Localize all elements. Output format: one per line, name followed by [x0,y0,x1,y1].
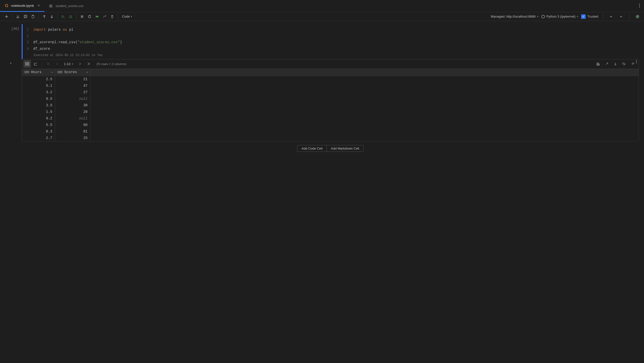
chevron-down-icon: ▾ [537,15,538,18]
code-editor[interactable]: 1import polars as pl 2 3df_score=pl.read… [23,24,639,53]
table-cell[interactable]: 27 [55,89,90,96]
cut-icon[interactable] [14,13,21,20]
run-cell-icon[interactable] [60,13,67,20]
table-cell[interactable]: 2.5 [22,76,55,82]
exec-count: [40] [11,27,19,31]
last-page-icon[interactable] [85,60,92,68]
tab-bar: noteboolk.ipynb ✕ student_scores.csv [0,0,644,12]
kernel-status-icon [541,15,545,18]
add-markdown-cell-button[interactable]: Add Markdown Cell [327,145,364,152]
svg-point-1 [7,6,8,7]
svg-point-19 [636,61,637,62]
table-view-icon[interactable] [23,60,31,68]
table-cell[interactable]: 9.2 [22,115,55,122]
add-code-cell-button[interactable]: Add Code Cell [297,145,327,152]
notebook-area: [40] 1import polars as pl 2 3df_score=pl… [0,21,644,152]
table-cell[interactable]: 2.7 [22,135,55,141]
table-cell[interactable]: 60 [55,122,90,128]
file-icon [49,4,53,8]
kernel-selector[interactable]: Python 3 (ipykernel) ▾ [541,15,578,18]
cell-gutter: [40] [0,24,22,59]
column-header[interactable]: 123 Scores ◆ [55,69,90,76]
code-cell[interactable]: [40] 1import polars as pl 2 3df_score=pl… [0,24,644,59]
stop-icon[interactable] [78,13,86,20]
table-cell[interactable]: 8.3 [22,128,55,135]
prev-page-icon[interactable] [53,60,61,68]
open-new-tab-icon[interactable] [603,60,611,68]
nav-up-icon[interactable] [608,13,615,20]
debug-icon[interactable] [67,13,74,20]
chevron-down-icon: ▾ [131,15,132,18]
table-cell[interactable]: 5.5 [22,122,55,128]
table-cell[interactable]: 20 [55,109,90,115]
dataviewer-toolbar: 1-10 ▾ 25 rows × 2 columns [22,59,639,69]
table-cell[interactable]: 3.5 [22,102,55,109]
chevron-down-icon: ▾ [577,15,578,18]
chart-view-icon[interactable] [32,60,39,68]
chevron-down-icon: ▾ [72,63,73,65]
table-cell[interactable]: 5.1 [22,82,55,89]
svg-rect-23 [598,63,598,65]
next-page-icon[interactable] [76,60,84,68]
move-up-icon[interactable] [41,13,48,20]
managed-server[interactable]: Managed: http://localhost:8889 ▾ [491,15,538,18]
table-cell[interactable]: 47 [55,82,90,89]
move-down-icon[interactable] [48,13,55,20]
trusted-toggle[interactable]: ✓ Trusted [581,14,598,19]
column-scores: 123 Scores ◆ 214727null3020null608125 [55,69,90,141]
table-cell[interactable]: 30 [55,102,90,109]
run-all-icon[interactable] [94,13,101,20]
settings-icon[interactable] [629,60,636,68]
table-cell[interactable]: null [55,96,90,102]
delete-cell-icon[interactable] [109,13,116,20]
collapse-output-icon[interactable]: ▾ [10,62,12,152]
svg-point-20 [636,62,637,63]
cell-type-label: Code [122,15,130,18]
svg-rect-12 [32,15,34,18]
nav-down-icon[interactable] [618,13,625,20]
table-cell[interactable]: 21 [55,76,90,82]
clear-outputs-icon[interactable] [101,13,108,20]
add-cell-icon[interactable] [3,13,10,20]
column-hours: 123 Hours ◆ 2.55.13.28.53.51.59.25.58.32… [22,69,55,141]
paste-icon[interactable] [29,13,36,20]
tab-notebook[interactable]: noteboolk.ipynb ✕ [0,0,45,12]
hide-columns-icon[interactable] [620,60,628,68]
download-icon[interactable] [612,60,619,68]
type-badge: 123 [57,71,63,74]
table-cell[interactable]: 1.5 [22,109,55,115]
page-indicator[interactable]: 1-10 ▾ [62,62,75,66]
cell-output: ▾ 1-10 ▾ 25 rows × [0,59,644,152]
restart-icon[interactable] [86,13,93,20]
svg-point-7 [639,7,640,7]
svg-rect-22 [597,63,597,65]
exec-meta: Executed at 2024.06.11 23:24:02 in 7ms [23,53,639,59]
svg-rect-21 [25,62,29,65]
svg-rect-15 [81,15,83,18]
execution-status-icon: ✔ [636,14,639,19]
dataframe-viewer: 1-10 ▾ 25 rows × 2 columns [22,59,639,142]
table-cell[interactable]: 25 [55,135,90,141]
table-cell[interactable]: 3.2 [22,89,55,96]
table-cell[interactable]: 8.5 [22,96,55,102]
svg-rect-24 [599,64,599,65]
copy-icon[interactable] [22,13,29,20]
table-cell[interactable]: null [55,115,90,122]
static-output-icon[interactable] [594,60,602,68]
cell-type-select[interactable]: Code ▾ [120,15,134,18]
svg-point-18 [636,60,637,61]
close-icon[interactable]: ✕ [37,4,40,7]
table-cell[interactable]: 81 [55,128,90,135]
tab-label: noteboolk.ipynb [11,4,34,8]
tab-overflow-icon[interactable] [639,4,644,8]
checkbox-icon: ✓ [581,14,586,19]
first-page-icon[interactable] [45,60,52,68]
sort-icon[interactable]: ◆ [87,71,88,74]
svg-point-6 [639,5,640,6]
svg-point-25 [632,63,633,64]
tab-csv[interactable]: student_scores.csv [45,0,88,12]
svg-point-14 [70,16,72,18]
column-header[interactable]: 123 Hours ◆ [22,69,55,76]
sort-icon[interactable]: ◆ [51,71,53,74]
output-more-icon[interactable] [636,60,637,64]
